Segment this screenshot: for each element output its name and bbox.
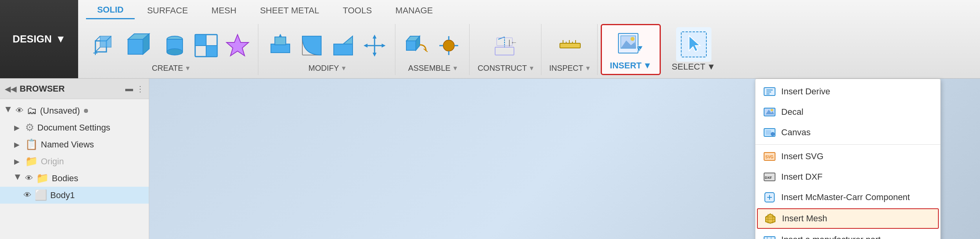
svg-text:DXF: DXF	[765, 176, 772, 180]
fillet-icon[interactable]	[298, 31, 326, 60]
tree-item-unsaved[interactable]: ▶ 👁 🗂 (Unsaved) ⏺	[0, 102, 149, 119]
menu-label-canvas: Canvas	[781, 127, 811, 138]
inspect-arrow: ▼	[585, 65, 591, 72]
cylinder-icon[interactable]	[161, 31, 189, 60]
assemble-label[interactable]: ASSEMBLE ▼	[408, 64, 459, 75]
menu-item-insert-svg[interactable]: SVG Insert SVG	[755, 146, 940, 167]
tree-arrow-unsaved: ▶	[4, 107, 13, 115]
assemble-arrow: ▼	[452, 65, 458, 72]
tree-arrow-named-views: ▶	[14, 140, 22, 149]
svg-marker-27	[373, 35, 377, 39]
select-label[interactable]: SELECT ▼	[672, 62, 715, 72]
menu-item-insert-mesh[interactable]: Insert Mesh	[757, 208, 939, 229]
move-icon[interactable]	[360, 31, 389, 60]
svg-rect-13	[195, 35, 206, 46]
chamfer-icon[interactable]	[329, 31, 357, 60]
design-button[interactable]: DESIGN ▼	[0, 0, 78, 78]
inspect-label[interactable]: INSPECT ▼	[549, 64, 591, 75]
svg-point-66	[771, 109, 773, 111]
tab-manage[interactable]: MANAGE	[384, 2, 444, 19]
menu-label-insert-derive: Insert Derive	[781, 86, 830, 97]
modify-label[interactable]: MODIFY ▼	[309, 64, 347, 75]
tree-item-doc-settings[interactable]: ▶ ⚙ Document Settings	[0, 119, 149, 136]
menu-item-insert-manufacturer[interactable]: Insert a manufacturer part	[755, 230, 940, 239]
svg-rect-6	[128, 39, 143, 54]
menu-item-insert-dxf[interactable]: DXF Insert DXF	[755, 167, 940, 187]
eye-bodies[interactable]: 👁	[25, 174, 33, 183]
tree-label-bodies: Bodies	[52, 173, 78, 184]
extrude-icon[interactable]: +	[91, 31, 119, 60]
modify-icons	[266, 24, 389, 64]
bodies-icon: 📁	[36, 172, 49, 184]
svg-rect-46	[560, 43, 580, 48]
menu-item-canvas[interactable]: Canvas	[755, 122, 940, 143]
menu-item-insert-derive[interactable]: Insert Derive	[755, 81, 940, 102]
svg-point-11	[167, 49, 183, 55]
assemble-icon1[interactable]	[403, 31, 431, 60]
insert-derive-icon	[763, 85, 776, 98]
browser-tree: ▶ 👁 🗂 (Unsaved) ⏺ ▶ ⚙ Document Settings …	[0, 99, 149, 239]
tree-arrow-bodies: ▶	[14, 175, 22, 182]
svg-marker-29	[364, 44, 368, 48]
svg-text:SVG: SVG	[765, 155, 773, 159]
menu-label-decal: Decal	[781, 107, 803, 117]
tree-item-origin[interactable]: ▶ 📁 Origin	[0, 153, 149, 170]
svg-marker-24	[334, 36, 353, 44]
record-icon-unsaved: ⏺	[83, 107, 89, 114]
tree-item-body1[interactable]: 👁 ⬜ Body1	[0, 187, 149, 204]
menu-item-decal[interactable]: Decal	[755, 102, 940, 122]
browser-nav-arrows[interactable]: ◀◀	[5, 84, 16, 94]
toolbar-tabs: SOLID SURFACE MESH SHEET METAL TOOLS MAN…	[78, 0, 980, 78]
offset-plane-icon[interactable]: |←→|	[492, 31, 520, 60]
assemble-icons	[403, 24, 463, 64]
eye-body1[interactable]: 👁	[24, 191, 31, 200]
viewport: Insert Derive Decal	[149, 79, 980, 239]
insert-group[interactable]: INSERT ▼	[601, 24, 660, 75]
tree-item-bodies[interactable]: ▶ 👁 📁 Bodies	[0, 170, 149, 187]
measure-icon[interactable]	[556, 31, 584, 60]
tree-item-named-views[interactable]: ▶ 📋 Named Views	[0, 136, 149, 153]
create-arrow: ▼	[185, 65, 191, 72]
browser-title: BROWSER	[20, 84, 122, 94]
toolbar: DESIGN ▼ SOLID SURFACE MESH SHEET METAL …	[0, 0, 980, 79]
pattern-icon[interactable]	[223, 31, 252, 60]
mesh-icon	[764, 212, 777, 225]
svg-marker-77	[766, 214, 775, 223]
select-big-icon[interactable]	[676, 27, 711, 62]
joint-icon[interactable]	[435, 31, 463, 60]
browser-resize-handle[interactable]: ⋮	[136, 84, 144, 94]
eye-unsaved[interactable]: 👁	[16, 106, 24, 115]
svg-rect-31	[406, 41, 416, 50]
menu-label-insert-svg: Insert SVG	[781, 151, 824, 162]
inspect-group: INSPECT ▼	[543, 24, 598, 75]
tab-sheet-metal[interactable]: SHEET METAL	[249, 2, 330, 19]
design-label: DESIGN	[13, 33, 52, 45]
inspect-icons	[556, 24, 584, 64]
assemble-group: ASSEMBLE ▼	[397, 24, 470, 75]
menu-item-insert-mcmaster[interactable]: Insert McMaster-Carr Component	[755, 187, 940, 208]
canvas-icon	[763, 126, 776, 139]
tab-tools[interactable]: TOOLS	[332, 2, 383, 19]
tab-surface[interactable]: SURFACE	[136, 2, 199, 19]
toolbar-groups: +	[78, 21, 980, 78]
box-icon[interactable]	[122, 28, 157, 63]
svg-rect-23	[334, 44, 353, 55]
hole-icon[interactable]	[192, 31, 220, 60]
tab-solid[interactable]: SOLID	[86, 2, 134, 19]
svg-rect-14	[206, 46, 217, 57]
tab-mesh[interactable]: MESH	[201, 2, 248, 19]
svg-marker-30	[382, 44, 386, 48]
create-group: +	[84, 24, 258, 75]
mcmaster-icon	[763, 191, 776, 204]
tree-label-doc-settings: Document Settings	[37, 123, 110, 133]
decal-icon	[763, 106, 776, 118]
create-label[interactable]: CREATE ▼	[152, 64, 191, 75]
browser-collapse-btn[interactable]: ▬	[125, 84, 133, 93]
tree-arrow-origin: ▶	[14, 157, 22, 166]
select-group: SELECT ▼	[666, 24, 722, 75]
svg-marker-21	[279, 34, 282, 37]
tree-arrow-doc: ▶	[14, 123, 22, 132]
construct-label[interactable]: CONSTRUCT ▼	[477, 64, 534, 75]
press-pull-icon[interactable]	[266, 31, 294, 60]
body1-icon: ⬜	[35, 189, 47, 201]
